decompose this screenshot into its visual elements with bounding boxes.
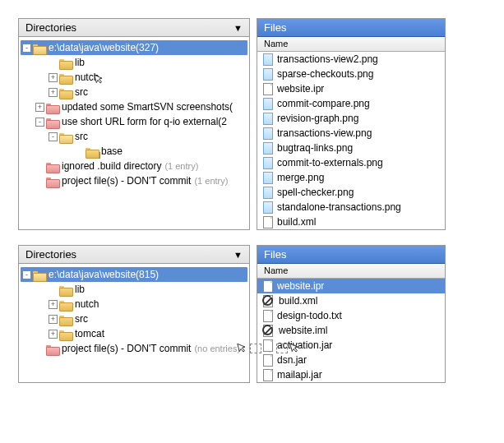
tree-item-label: e:\data\java\website xyxy=(49,42,136,53)
file-item[interactable]: commit-to-externals.png xyxy=(257,155,445,170)
file-icon xyxy=(262,68,274,80)
tree-item[interactable]: -src xyxy=(21,129,247,144)
files-column-header[interactable]: Name xyxy=(257,37,445,52)
file-icon xyxy=(262,98,274,109)
changelist-folder-icon xyxy=(46,344,59,354)
folder-icon: ↗ xyxy=(33,270,46,280)
tree-item[interactable]: ↗base xyxy=(21,144,247,159)
directories-title: Directories xyxy=(25,21,76,34)
expand-icon[interactable]: + xyxy=(49,315,58,324)
file-icon xyxy=(262,187,274,198)
dropdown-icon[interactable]: ▼ xyxy=(234,250,243,260)
folder-icon xyxy=(59,329,72,339)
file-name: standalone-transactions.png xyxy=(277,201,401,213)
tree-item[interactable]: lib xyxy=(21,282,247,297)
files-header[interactable]: Files xyxy=(257,19,445,37)
file-list[interactable]: transactions-view2.pngsparse-checkouts.p… xyxy=(257,52,445,229)
folder-icon xyxy=(59,284,72,295)
tree-item[interactable]: +updated some SmartSVN screenshots ( xyxy=(21,99,247,114)
tree-item[interactable]: +nutch xyxy=(21,297,247,311)
changelist-folder-icon xyxy=(46,102,59,113)
tree-item[interactable]: ignored .build directory(1 entry) xyxy=(21,159,247,173)
tree-item[interactable]: lib xyxy=(21,55,247,70)
directories-header[interactable]: Directories ▼ xyxy=(19,19,249,37)
file-item[interactable]: standalone-transactions.png xyxy=(257,200,445,215)
file-name: website.iml xyxy=(279,325,327,336)
tree-item-label: src xyxy=(75,131,88,142)
file-icon xyxy=(262,83,274,95)
expand-icon[interactable]: + xyxy=(35,103,44,112)
file-item[interactable]: website.ipr xyxy=(257,81,445,96)
file-name: spell-checker.png xyxy=(277,187,354,198)
folder-icon xyxy=(59,299,72,310)
file-icon xyxy=(262,142,274,154)
collapse-icon[interactable]: - xyxy=(49,132,58,141)
file-name: merge.png xyxy=(277,172,324,183)
expand-icon[interactable]: + xyxy=(49,88,58,97)
file-name: design-todo.txt xyxy=(277,310,342,321)
tree-item-label: project file(s) - DON'T commit xyxy=(62,343,191,354)
file-item[interactable]: build.xml xyxy=(257,293,445,308)
collapse-icon[interactable]: - xyxy=(22,270,31,279)
files-title: Files xyxy=(264,248,286,261)
file-item[interactable]: spell-checker.png xyxy=(257,185,445,200)
directory-tree[interactable]: -↗e:\data\java\website (327)lib+nutch+sr… xyxy=(19,37,249,192)
file-name: bugtraq-links.png xyxy=(277,142,353,154)
file-icon xyxy=(262,310,274,321)
file-icon xyxy=(262,339,274,351)
file-icon xyxy=(262,325,274,336)
file-icon xyxy=(262,354,274,366)
expand-icon[interactable]: + xyxy=(49,330,58,339)
tree-item[interactable]: +nutch xyxy=(21,70,247,85)
tree-item[interactable]: project file(s) - DON'T commit(1 entry) xyxy=(21,173,247,188)
file-list[interactable]: website.iprbuild.xmldesign-todo.txtwebsi… xyxy=(257,279,445,382)
collapse-icon[interactable]: - xyxy=(35,118,44,127)
tree-item[interactable]: +tomcat xyxy=(21,326,247,341)
file-item[interactable]: transactions-view.png xyxy=(257,126,445,141)
file-item[interactable]: sparse-checkouts.png xyxy=(257,67,445,81)
folder-icon xyxy=(59,314,72,325)
file-item[interactable]: build.xml xyxy=(257,215,445,229)
tree-item[interactable]: +src xyxy=(21,85,247,99)
directory-tree[interactable]: -↗e:\data\java\website (815)lib+nutch+sr… xyxy=(19,264,249,359)
collapse-icon[interactable]: - xyxy=(22,44,31,53)
files-header[interactable]: Files xyxy=(257,246,445,264)
file-item[interactable]: bugtraq-links.png xyxy=(257,141,445,155)
tree-item-label: tomcat xyxy=(75,328,104,339)
file-name: mailapi.jar xyxy=(277,369,322,381)
tree-item[interactable]: -↗e:\data\java\website (327) xyxy=(21,40,247,55)
directories-header[interactable]: Directories ▼ xyxy=(19,246,249,264)
prohibit-icon xyxy=(262,295,273,306)
files-column-header[interactable]: Name xyxy=(257,264,445,279)
dropdown-icon[interactable]: ▼ xyxy=(234,23,243,33)
file-name: transactions-view.png xyxy=(277,127,372,139)
expand-icon[interactable]: + xyxy=(49,300,58,309)
file-item[interactable]: design-todo.txt xyxy=(257,308,445,323)
tree-item[interactable]: -use short URL form for q-io external (2 xyxy=(21,114,247,129)
file-icon xyxy=(262,201,274,213)
file-icon xyxy=(262,369,274,381)
tree-item-hint: (no entries) xyxy=(194,344,240,353)
tree-item-label: lib xyxy=(75,284,85,295)
file-icon xyxy=(262,295,274,307)
file-item[interactable]: website.ipr xyxy=(257,279,445,293)
file-icon xyxy=(262,53,274,65)
tree-item[interactable]: project file(s) - DON'T commit(no entrie… xyxy=(21,341,247,356)
file-item[interactable]: mailapi.jar xyxy=(257,367,445,382)
tree-item-count: (815) xyxy=(136,269,159,280)
file-item[interactable]: revision-graph.png xyxy=(257,111,445,126)
tree-item-label: nutch xyxy=(75,298,99,310)
expand-icon[interactable]: + xyxy=(49,73,58,82)
tree-item-count: (2 xyxy=(218,116,227,127)
tree-item[interactable]: -↗e:\data\java\website (815) xyxy=(21,267,247,282)
tree-item-label: lib xyxy=(75,57,85,68)
file-item[interactable]: merge.png xyxy=(257,170,445,185)
directories-panel: Directories ▼ -↗e:\data\java\website (81… xyxy=(18,245,250,383)
tree-item-label: base xyxy=(101,145,123,157)
file-item[interactable]: website.iml xyxy=(257,323,445,338)
tree-item-count: (327) xyxy=(136,42,159,53)
file-item[interactable]: commit-compare.png xyxy=(257,96,445,111)
link-badge-icon: ↗ xyxy=(94,152,100,159)
tree-item[interactable]: +src xyxy=(21,311,247,326)
file-item[interactable]: transactions-view2.png xyxy=(257,52,445,67)
